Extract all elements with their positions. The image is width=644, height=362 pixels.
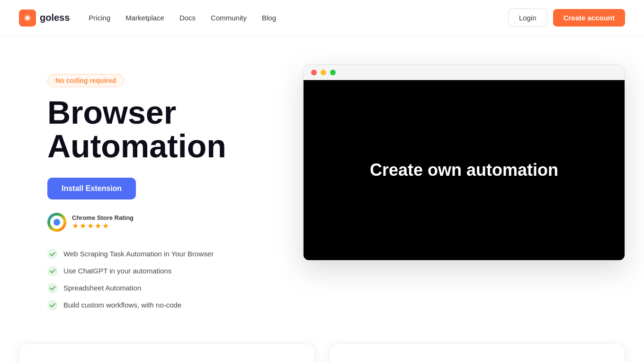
star-rating: ★★★★★ (72, 221, 134, 230)
chrome-store-rating-label: Chrome Store Rating (72, 214, 134, 221)
browser-content-text: Create own automation (370, 160, 558, 180)
navbar-left: goless Pricing Marketplace Docs Communit… (19, 9, 276, 27)
hero-section: No coding required Browser Automation In… (0, 36, 644, 329)
chrome-logo (47, 213, 66, 232)
logo-icon (19, 9, 36, 27)
nav-link-pricing[interactable]: Pricing (89, 14, 110, 22)
nav-links: Pricing Marketplace Docs Community Blog (89, 14, 276, 22)
logo-svg (22, 13, 33, 23)
nav-link-marketplace[interactable]: Marketplace (125, 14, 164, 22)
browser-content: Create own automation (304, 80, 625, 260)
nav-link-community[interactable]: Community (211, 14, 247, 22)
hero-left: No coding required Browser Automation In… (47, 64, 275, 310)
chrome-rating: Chrome Store Rating ★★★★★ (47, 213, 275, 232)
browser-mockup: Create own automation (303, 64, 625, 261)
feature-text-1: Use ChatGPT in your automations (63, 267, 171, 275)
check-icon-0 (47, 249, 58, 259)
check-svg-3 (49, 302, 56, 308)
titlebar-dot-yellow (321, 70, 326, 75)
hero-title-line1: Browser (47, 94, 176, 130)
nav-link-docs[interactable]: Docs (179, 14, 196, 22)
feature-item-0: Web Scraping Task Automation in Your Bro… (47, 249, 275, 259)
check-icon-1 (47, 266, 58, 276)
hero-title: Browser Automation (47, 96, 275, 163)
login-button[interactable]: Login (508, 9, 547, 27)
hero-badge: No coding required (47, 74, 124, 87)
navbar: goless Pricing Marketplace Docs Communit… (0, 0, 644, 36)
feature-text-3: Build custom workflows, with no-code (63, 301, 181, 309)
feature-text-0: Web Scraping Task Automation in Your Bro… (63, 250, 214, 258)
rating-info: Chrome Store Rating ★★★★★ (72, 214, 134, 230)
form-fill-card: Automatically fill out forms on websites… (329, 344, 625, 362)
install-extension-button[interactable]: Install Extension (47, 178, 136, 199)
browser-titlebar (304, 65, 625, 80)
titlebar-dot-green (330, 70, 336, 75)
check-svg-2 (49, 285, 56, 291)
nav-link-blog[interactable]: Blog (262, 14, 276, 22)
feature-item-2: Spreadsheet Automation (47, 283, 275, 293)
chrome-logo-center (54, 219, 60, 226)
create-account-button[interactable]: Create account (553, 9, 625, 27)
logo-link[interactable]: goless (19, 9, 70, 27)
hero-title-line2: Automation (47, 128, 226, 164)
scrape-data-card: Scrape Data You can scrape data from a w… (19, 344, 315, 362)
feature-list: Web Scraping Task Automation in Your Bro… (47, 249, 275, 310)
check-svg-1 (49, 268, 56, 274)
bottom-section: Scrape Data You can scrape data from a w… (0, 329, 644, 362)
check-icon-3 (47, 300, 58, 310)
check-icon-2 (47, 283, 58, 293)
feature-item-1: Use ChatGPT in your automations (47, 266, 275, 276)
feature-text-2: Spreadsheet Automation (63, 284, 141, 292)
hero-right: Create own automation (303, 64, 625, 261)
feature-item-3: Build custom workflows, with no-code (47, 300, 275, 310)
titlebar-dot-red (311, 70, 317, 75)
navbar-right: Login Create account (508, 9, 625, 27)
logo-text: goless (40, 12, 70, 23)
chrome-logo-inner (50, 216, 63, 229)
check-svg-0 (49, 251, 56, 257)
